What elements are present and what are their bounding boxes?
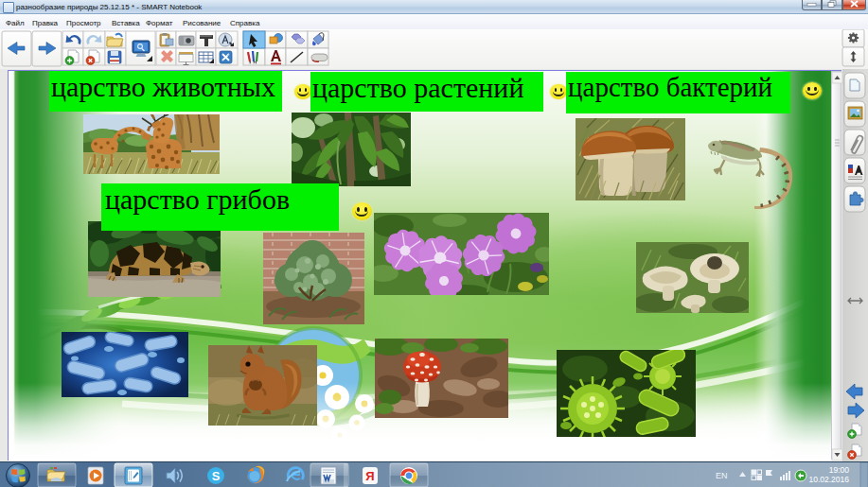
svg-text:19:00: 19:00 xyxy=(829,465,850,475)
svg-text:S: S xyxy=(212,469,221,483)
svg-text:Я: Я xyxy=(365,469,374,483)
svg-text:10.02.2016: 10.02.2016 xyxy=(808,475,849,484)
svg-text:EN: EN xyxy=(716,471,728,480)
